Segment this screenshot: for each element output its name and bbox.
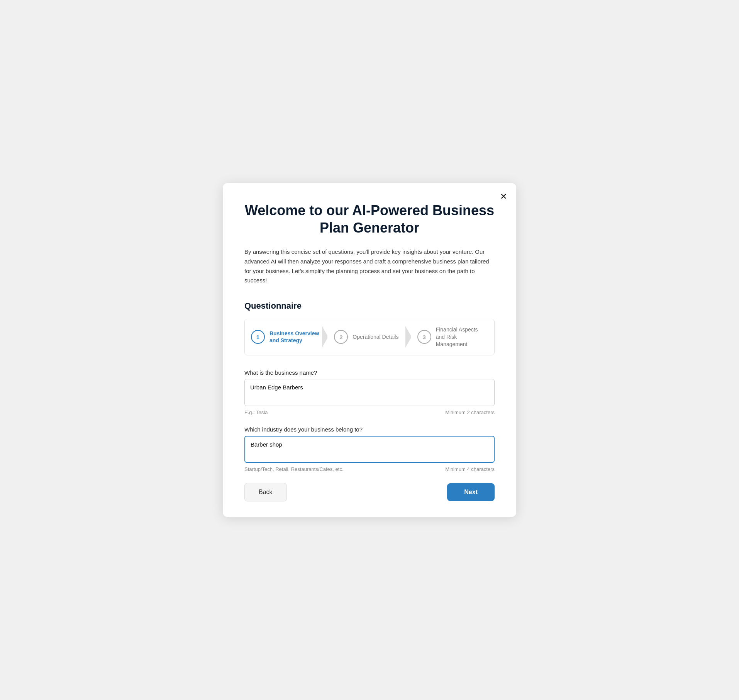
page-description: By answering this concise set of questio…: [244, 247, 495, 285]
step-3-label: Financial Aspects and Risk Management: [436, 326, 488, 348]
industry-field-group: Which industry does your business belong…: [244, 426, 495, 472]
step-2-number: 2: [339, 334, 342, 340]
business-name-hints: E.g.: Tesla Minimum 2 characters: [244, 409, 495, 415]
step-1-number: 1: [256, 334, 259, 340]
industry-label: Which industry does your business belong…: [244, 426, 495, 433]
step-1-circle: 1: [251, 330, 265, 344]
business-name-hint-left: E.g.: Tesla: [244, 409, 268, 415]
business-name-input[interactable]: [244, 379, 495, 406]
page-title: Welcome to our AI-Powered Business Plan …: [244, 202, 495, 236]
industry-input[interactable]: [244, 436, 495, 463]
step-2[interactable]: 2 Operational Details: [328, 319, 411, 355]
industry-hint-left: Startup/Tech, Retail, Restaurants/Cafes,…: [244, 466, 344, 472]
industry-hints: Startup/Tech, Retail, Restaurants/Cafes,…: [244, 466, 495, 472]
next-button[interactable]: Next: [447, 483, 495, 501]
step-3[interactable]: 3 Financial Aspects and Risk Management: [411, 319, 494, 355]
footer-buttons: Back Next: [244, 483, 495, 501]
step-2-circle: 2: [334, 330, 348, 344]
step-2-label: Operational Details: [353, 333, 398, 341]
business-name-field-group: What is the business name? E.g.: Tesla M…: [244, 369, 495, 415]
step-3-number: 3: [422, 334, 425, 340]
steps-container: 1 Business Overview and Strategy 2 Opera…: [244, 319, 495, 355]
next-button-label: Next: [464, 489, 478, 495]
modal-container: ✕ Welcome to our AI-Powered Business Pla…: [223, 183, 516, 517]
questionnaire-title: Questionnaire: [244, 301, 495, 311]
industry-hint-right: Minimum 4 characters: [445, 466, 495, 472]
back-button[interactable]: Back: [244, 483, 287, 501]
business-name-label: What is the business name?: [244, 369, 495, 376]
close-icon: ✕: [500, 192, 507, 201]
step-1[interactable]: 1 Business Overview and Strategy: [245, 319, 328, 355]
back-button-label: Back: [259, 489, 273, 495]
step-1-label: Business Overview and Strategy: [269, 330, 322, 345]
close-button[interactable]: ✕: [498, 191, 508, 202]
business-name-hint-right: Minimum 2 characters: [445, 409, 495, 415]
step-3-circle: 3: [417, 330, 431, 344]
